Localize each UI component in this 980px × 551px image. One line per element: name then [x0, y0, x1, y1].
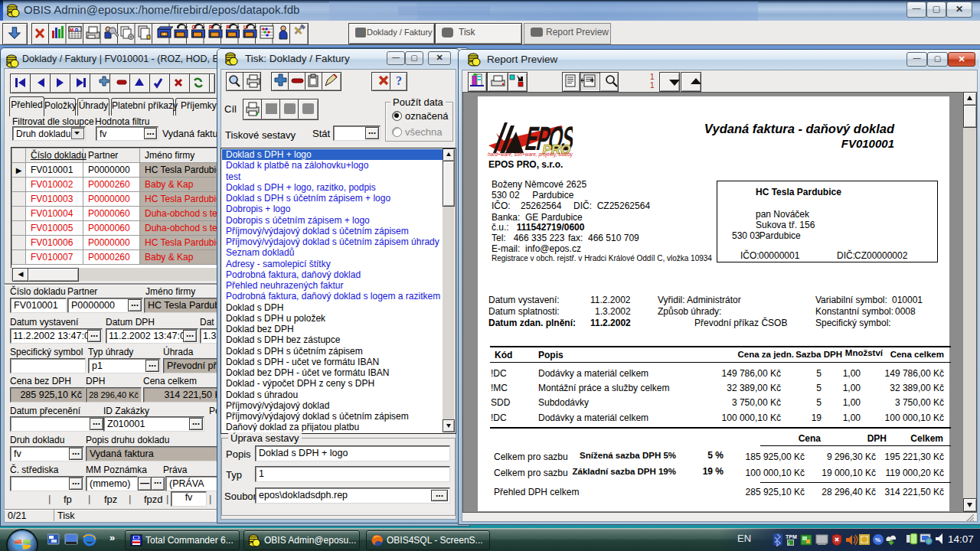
svg-text:%: %: [875, 536, 880, 543]
svg-text:M: M: [70, 28, 74, 32]
svg-text:D: D: [75, 28, 79, 32]
svg-text:O: O: [192, 24, 196, 30]
svg-text:R: R: [209, 24, 213, 30]
svg-text:TPM: TPM: [786, 534, 797, 540]
svg-text:1: 1: [650, 81, 655, 90]
svg-text:1: 1: [650, 73, 655, 81]
svg-text:?: ?: [396, 74, 402, 87]
svg-text:U: U: [243, 24, 247, 30]
svg-text:P: P: [227, 24, 230, 30]
